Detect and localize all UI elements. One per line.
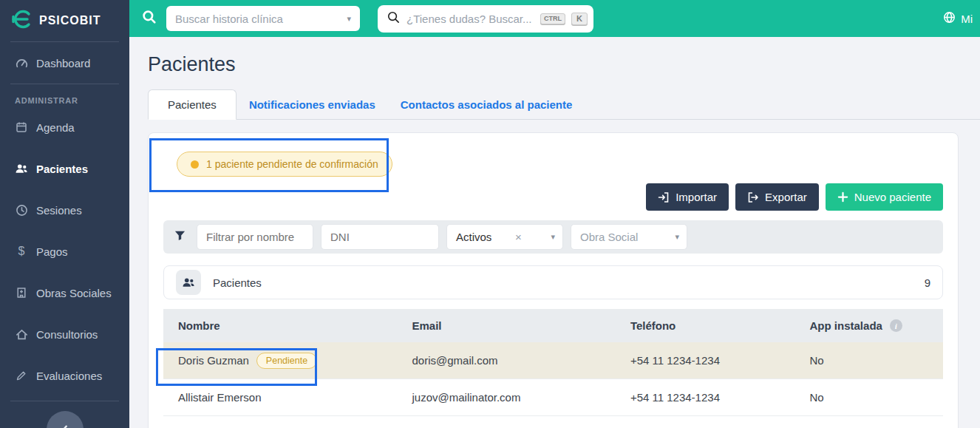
dollar-icon: $ — [15, 245, 28, 258]
locale-label: Mi — [961, 13, 973, 25]
pencil-icon — [15, 369, 28, 382]
app-root: PSICOBIT Dashboard ADMINISTRAR Agenda Pa… — [0, 0, 980, 428]
patients-panel: 1 paciente pendiente de confirmación Imp… — [148, 132, 959, 428]
psicobit-logo-icon — [10, 8, 33, 33]
pending-dot-icon — [191, 160, 199, 169]
sidebar-item-label: Pagos — [36, 245, 68, 258]
patient-app-cell: No — [795, 391, 943, 404]
search-icon[interactable] — [141, 9, 157, 28]
sidebar-divider — [10, 401, 119, 401]
patient-email-cell: doris@gmail.com — [398, 354, 616, 367]
globe-icon — [943, 11, 956, 26]
filter-bar: Activos × ▾ Obra Social ▾ — [163, 220, 943, 254]
kbd-ctrl: CTRL — [540, 13, 565, 24]
patients-count: 9 — [925, 276, 930, 289]
dashboard-icon — [15, 56, 28, 69]
topbar: ▾ CTRL K Mi — [129, 0, 980, 37]
new-patient-label: Nuevo paciente — [854, 191, 931, 203]
table-header-row: Nombre Email Teléfono App instalada i — [163, 309, 943, 342]
sidebar-item-agenda[interactable]: Agenda — [0, 106, 129, 148]
sidebar-item-label: Agenda — [36, 121, 75, 134]
search-icon — [387, 10, 401, 27]
page-title: Pacientes — [148, 53, 980, 76]
help-search-input[interactable] — [406, 13, 534, 25]
patient-name: Doris Guzman — [178, 354, 249, 367]
tab-pacientes[interactable]: Pacientes — [148, 89, 237, 120]
users-icon — [176, 270, 201, 295]
column-header-nombre[interactable]: Nombre — [163, 319, 398, 332]
clinical-history-search-input[interactable] — [175, 13, 323, 25]
filter-obra-social-select[interactable]: Obra Social ▾ — [571, 224, 687, 250]
sidebar-item-consultorios[interactable]: Consultorios — [0, 313, 129, 355]
filter-dni-input[interactable] — [321, 224, 439, 250]
patient-name-cell: Doris Guzman Pendiente — [163, 353, 398, 369]
action-buttons: Importar Exportar Nuevo paciente — [163, 183, 943, 211]
sidebar-item-label: Evaluaciones — [36, 370, 102, 382]
chevron-down-icon: ▾ — [675, 232, 679, 242]
patient-name: Allistair Emerson — [178, 391, 262, 404]
export-button[interactable]: Exportar — [735, 183, 819, 211]
sidebar-item-pagos[interactable]: $ Pagos — [0, 231, 129, 272]
sidebar-item-label: Dashboard — [36, 57, 90, 69]
page-content: Pacientes Pacientes Notificaciones envia… — [129, 37, 980, 428]
plus-icon — [837, 191, 848, 203]
filter-status-select[interactable]: Activos × ▾ — [446, 224, 563, 250]
kbd-k: K — [571, 13, 588, 25]
column-header-email[interactable]: Email — [398, 319, 616, 332]
sidebar-item-sesiones[interactable]: Sesiones — [0, 189, 129, 231]
help-search-box[interactable]: CTRL K — [378, 5, 593, 33]
tab-bar: Pacientes Notificaciones enviadas Contac… — [148, 89, 980, 120]
patients-list-header: Pacientes 9 — [163, 265, 943, 299]
info-icon[interactable]: i — [890, 319, 902, 332]
patient-email-cell: juzov@mailinator.com — [398, 391, 616, 404]
calendar-icon — [15, 120, 28, 134]
sidebar-item-label: Obras Sociales — [36, 287, 112, 299]
column-header-app-instalada[interactable]: App instalada i — [795, 319, 943, 332]
tab-notificaciones[interactable]: Notificaciones enviadas — [237, 90, 388, 119]
obra-social-placeholder: Obra Social — [580, 231, 638, 243]
building-icon — [15, 286, 28, 299]
file-import-icon — [658, 191, 670, 203]
tab-contactos[interactable]: Contactos asociados al paciente — [388, 90, 585, 119]
locale-menu[interactable]: Mi — [943, 11, 973, 26]
patient-name-cell: Allistair Emerson — [163, 391, 398, 404]
table-row[interactable]: Doris Guzman Pendiente doris@gmail.com +… — [163, 342, 943, 379]
chevron-down-icon: ▾ — [551, 232, 555, 242]
new-patient-button[interactable]: Nuevo paciente — [826, 183, 943, 211]
sidebar-item-pacientes[interactable]: Pacientes — [0, 148, 129, 189]
brand-name: PSICOBIT — [39, 14, 101, 27]
sidebar-collapse-button[interactable] — [47, 411, 84, 428]
file-export-icon — [747, 191, 759, 203]
column-header-telefono[interactable]: Teléfono — [616, 319, 795, 332]
sidebar-item-evaluaciones[interactable]: Evaluaciones — [0, 355, 129, 396]
sidebar-item-label: Pacientes — [36, 163, 88, 175]
sidebar-item-obras-sociales[interactable]: Obras Sociales — [0, 272, 129, 313]
filter-icon — [174, 229, 186, 245]
list-title: Pacientes — [213, 276, 262, 289]
import-label: Importar — [676, 191, 717, 203]
sidebar-item-label: Consultorios — [36, 328, 98, 341]
patient-phone-cell: +54 11 1234-1234 — [616, 354, 795, 367]
pending-confirmation-banner: 1 paciente pendiente de confirmación — [177, 152, 392, 177]
clinical-history-search-select[interactable]: ▾ — [166, 6, 360, 31]
filter-name-input[interactable] — [197, 224, 313, 250]
sidebar-item-dashboard[interactable]: Dashboard — [0, 42, 129, 84]
sidebar-section-label: ADMINISTRAR — [0, 84, 129, 106]
sidebar: PSICOBIT Dashboard ADMINISTRAR Agenda Pa… — [0, 0, 129, 428]
sidebar-item-label: Sesiones — [36, 204, 82, 217]
chevron-down-icon: ▾ — [347, 14, 351, 24]
pending-banner-text: 1 paciente pendiente de confirmación — [206, 158, 378, 170]
table-row[interactable]: Allistair Emerson juzov@mailinator.com +… — [163, 379, 943, 416]
clock-icon — [15, 203, 28, 217]
patient-app-cell: No — [795, 354, 943, 367]
pending-badge: Pendiente — [256, 353, 317, 369]
users-icon — [15, 162, 28, 175]
export-label: Exportar — [765, 191, 807, 203]
status-selected-value: Activos — [456, 231, 491, 243]
main-area: ▾ CTRL K Mi Pacientes Pacientes N — [129, 0, 980, 428]
import-button[interactable]: Importar — [646, 183, 729, 211]
home-icon — [15, 327, 28, 341]
brand[interactable]: PSICOBIT — [0, 0, 129, 41]
clear-icon[interactable]: × — [515, 231, 528, 243]
patient-phone-cell: +54 11 1234-1234 — [616, 391, 795, 404]
